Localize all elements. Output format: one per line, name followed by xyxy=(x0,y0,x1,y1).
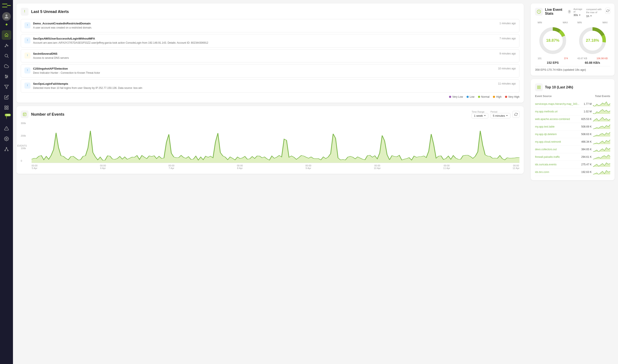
sidebar-item-filter[interactable] xyxy=(2,82,11,92)
sidebar-item-home[interactable] xyxy=(2,30,11,40)
live-stats-title-block: Live Event Stats xyxy=(545,8,566,15)
legend-item: Very Low xyxy=(449,95,463,98)
sidebar-item-settings[interactable] xyxy=(2,134,11,143)
chart-controls: Time Range 1 week Period 5 minutes xyxy=(472,110,519,118)
alerts-card: Last 5 Unread Alerts Demo_AccountCreated… xyxy=(16,3,524,103)
y-label: 300k xyxy=(21,122,26,125)
svg-marker-49 xyxy=(593,163,610,167)
donut2-min: 43.67 KB xyxy=(577,57,587,60)
alert-item[interactable]: SecOpsLoginFailAttempts Detected more th… xyxy=(21,79,519,93)
table-row[interactable]: web.apache.access-combined 825.53 K xyxy=(535,116,610,123)
svg-marker-44 xyxy=(593,125,610,129)
top10-title: Top 10 (Last 24h) xyxy=(545,85,573,89)
source-value: 1.02 M xyxy=(584,110,592,113)
help-icon[interactable]: ? xyxy=(568,10,571,14)
svg-marker-46 xyxy=(593,140,610,144)
sidebar-item-grid[interactable] xyxy=(2,103,11,112)
table-row[interactable]: my.app.cloud.netmonit 466.34 K xyxy=(535,138,610,146)
sidebar-item-sliders[interactable] xyxy=(2,72,11,81)
source-name: ids.suricata.events xyxy=(535,163,579,166)
top10-icon xyxy=(535,83,543,91)
x-label: 00:008 Apr xyxy=(237,164,243,169)
top10-card: Top 10 (Last 24h) Event Source Total Eve… xyxy=(531,79,615,180)
table-row[interactable]: serviceops.maps.hierarchy.map_343... 1.7… xyxy=(535,100,610,108)
x-date: 10 Apr xyxy=(374,167,381,169)
alert-time: 1 minutes ago xyxy=(500,22,516,25)
y-axis-labels: 300k200k100k0 xyxy=(21,122,26,163)
sidebar-item-graph[interactable] xyxy=(2,41,11,50)
sidebar-item-cloud[interactable] xyxy=(2,61,11,71)
source-name: my.app.djr.deletem xyxy=(535,133,579,136)
sparkline xyxy=(593,155,610,159)
time-range-select[interactable]: 1 week xyxy=(472,113,488,118)
svg-rect-40 xyxy=(539,88,541,89)
x-label: 00:006 Apr xyxy=(100,164,106,169)
source-name: web.apache.access-combined xyxy=(535,117,579,121)
average-select[interactable]: 30s xyxy=(573,13,583,17)
alert-title: C2SlingshotAPTDetection xyxy=(33,67,493,70)
svg-point-13 xyxy=(6,77,6,78)
chart-refresh-button[interactable] xyxy=(513,111,519,118)
source-value: 294.61 K xyxy=(581,156,592,158)
top10-header: Top 10 (Last 24h) xyxy=(535,83,610,91)
legend: Very LowLowNormalHighVery High xyxy=(21,95,519,98)
sidebar-item-network[interactable] xyxy=(2,144,11,154)
time-range-label: Time Range xyxy=(472,110,488,113)
donut1-max-label: MAX xyxy=(563,21,568,24)
donut2-container: 27.18% xyxy=(577,26,608,56)
alert-body: SecOpsLoginFailAttempts Detected more th… xyxy=(33,82,493,90)
alert-title: SecOpsAWSUserSuccessfulLoginWithoutMFA xyxy=(33,37,494,40)
x-time: 00:00 xyxy=(168,164,175,167)
alert-item[interactable]: SecIntSeveralDNS Access to several DNS s… xyxy=(21,49,519,63)
donuts-row: MIN MAX 18.87% 101 374 xyxy=(535,18,610,66)
table-row[interactable]: ids.bro.conn 192.63 K xyxy=(535,168,610,176)
svg-marker-45 xyxy=(593,132,610,137)
svg-rect-37 xyxy=(537,86,539,87)
sidebar-item-search[interactable] xyxy=(2,51,11,61)
compared-select[interactable]: 1h xyxy=(586,14,602,18)
svg-point-11 xyxy=(5,75,6,76)
table-row[interactable]: my.app.methods.uri 1.02 M xyxy=(535,108,610,116)
live-refresh-button[interactable] xyxy=(605,8,610,14)
legend-label: Normal xyxy=(481,95,490,98)
alert-item[interactable]: C2SlingshotAPTDetection Devo Indicator H… xyxy=(21,64,519,78)
legend-item: Very High xyxy=(505,95,519,98)
sidebar-item-alerts[interactable]: +999 xyxy=(2,113,11,123)
table-row[interactable]: my.app.djr.deletem 508.63 K xyxy=(535,130,610,138)
avatar[interactable] xyxy=(2,12,11,21)
average-label: Average of xyxy=(573,8,583,13)
alert-description: Account arn:aws:iam::AIFA3Y27I57DASEGF53… xyxy=(33,41,494,45)
alert-time: 7 minutes ago xyxy=(500,37,516,40)
x-label: 00:009 Apr xyxy=(305,164,311,169)
source-name: my.app.test.table xyxy=(535,125,579,128)
svg-point-23 xyxy=(5,150,6,151)
y-label: 200k xyxy=(21,134,26,137)
sparkline xyxy=(593,124,610,129)
alert-body: SecIntSeveralDNS Access to several DNS s… xyxy=(33,52,494,60)
events-chart-area: EVENTS 300k200k100k0 00:005 Apr00:006 Ap… xyxy=(21,122,519,169)
alert-item[interactable]: Demo_AccountCreatedInRestrictedDomain A … xyxy=(21,19,519,32)
table-row[interactable]: firewall.paloalto.traffic 294.61 K xyxy=(535,153,610,161)
sidebar-item-edit[interactable] xyxy=(2,92,11,102)
legend-item: Low xyxy=(466,95,475,98)
alert-item[interactable]: SecOpsAWSUserSuccessfulLoginWithoutMFA A… xyxy=(21,34,519,48)
x-axis-labels: 00:005 Apr00:006 Apr00:007 Apr00:008 Apr… xyxy=(32,164,519,169)
table-row[interactable]: devo.collectors.out 384.65 K xyxy=(535,146,610,153)
table-row[interactable]: ids.suricata.events 275.47 K xyxy=(535,161,610,168)
period-select[interactable]: 5 minutes xyxy=(490,113,510,118)
legend-dot xyxy=(466,96,469,98)
source-value: 275.47 K xyxy=(581,163,592,166)
sidebar-item-warning[interactable] xyxy=(2,124,11,133)
svg-point-21 xyxy=(6,138,7,139)
alerts-badge: +999 xyxy=(5,114,11,116)
svg-point-0 xyxy=(5,14,7,16)
table-row[interactable]: my.app.test.table 508.69 K xyxy=(535,123,610,130)
source-value: 466.34 K xyxy=(581,140,592,143)
donut1-label: 18.87% xyxy=(538,26,568,56)
logo xyxy=(2,2,11,9)
legend-item: Normal xyxy=(478,95,490,98)
top10-col-headers: Event Source Total Events xyxy=(535,95,610,99)
svg-marker-14 xyxy=(5,85,8,89)
svg-line-7 xyxy=(7,57,8,58)
alert-icon-wrap xyxy=(25,22,30,28)
